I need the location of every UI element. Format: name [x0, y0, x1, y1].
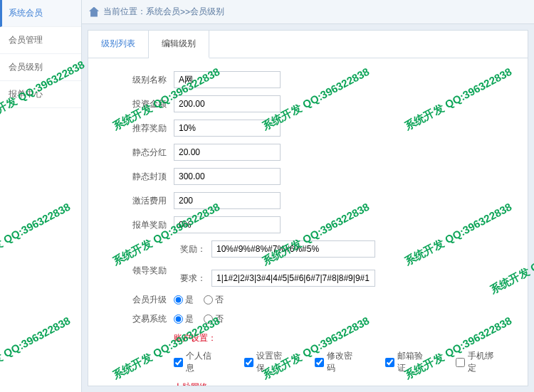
label-level-name: 级别名称 [117, 74, 167, 86]
label-recommend: 推荐奖励 [117, 122, 167, 134]
check-personal-info[interactable] [174, 358, 183, 367]
label-member-upgrade: 会员升级 [117, 294, 167, 306]
breadcrumb: 当前位置：系统会员 >> 会员级别 [82, 0, 534, 24]
label-report-bonus: 报单奖励 [117, 219, 167, 231]
input-leader-bonus[interactable] [211, 240, 375, 258]
check-email-verify[interactable] [385, 358, 394, 367]
label-leader: 领导奖励 [117, 265, 167, 277]
sidebar-item-report-center[interactable]: 报单中心 [0, 81, 81, 108]
tabs: 级别列表 编辑级别 [88, 31, 528, 58]
section-network: 人脉网络： [117, 381, 499, 386]
radio-upgrade-no[interactable] [204, 295, 213, 304]
label-activate-fee: 激活费用 [117, 195, 167, 207]
check-phone-bind[interactable] [456, 358, 465, 367]
sidebar-item-system-member[interactable]: 系统会员 [0, 0, 81, 27]
sidebar: 系统会员 会员管理 会员级别 报单中心 [0, 0, 82, 392]
label-static-div: 静态分红 [117, 147, 167, 159]
label-leader-bonus: 奖励： [174, 243, 206, 255]
label-trade-sys: 交易系统 [117, 313, 167, 325]
input-recommend[interactable] [174, 120, 281, 137]
input-activate-fee[interactable] [174, 192, 281, 209]
input-level-name[interactable] [174, 71, 281, 88]
home-icon [89, 7, 99, 17]
radio-trade-yes[interactable] [174, 314, 183, 324]
input-leader-req[interactable] [211, 270, 375, 287]
section-account: 账户设置： [117, 332, 499, 344]
check-security-q[interactable] [244, 358, 253, 367]
input-static-div[interactable] [174, 144, 281, 161]
label-static-cap: 静态封顶 [117, 171, 167, 183]
radio-upgrade-yes[interactable] [174, 295, 183, 304]
sidebar-item-member-manage[interactable]: 会员管理 [0, 27, 81, 54]
tab-edit-level[interactable]: 编辑级别 [149, 31, 209, 58]
input-static-cap[interactable] [174, 168, 281, 185]
radio-trade-no[interactable] [204, 314, 213, 324]
tab-level-list[interactable]: 级别列表 [88, 31, 149, 58]
check-change-pwd[interactable] [315, 358, 324, 367]
sidebar-item-member-level[interactable]: 会员级别 [0, 54, 81, 81]
label-leader-req: 要求： [174, 272, 206, 285]
input-invest[interactable] [174, 95, 281, 112]
label-invest: 投资金额 [117, 98, 167, 110]
input-report-bonus[interactable] [174, 216, 281, 233]
